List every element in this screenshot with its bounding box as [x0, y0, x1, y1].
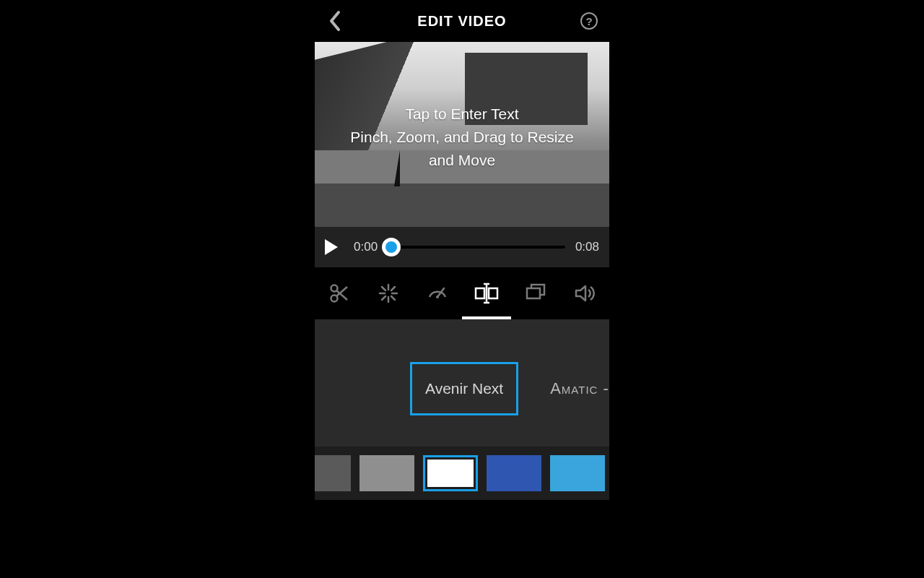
header-bar: EDIT VIDEO ? [315, 0, 609, 42]
help-icon: ? [580, 12, 598, 30]
color-swatch[interactable] [423, 455, 478, 491]
font-option-selected[interactable]: Avenir Next [410, 362, 518, 415]
play-icon [325, 239, 338, 255]
duration-time: 0:08 [575, 240, 599, 254]
help-button[interactable]: ? [575, 0, 603, 42]
overlay-line-1: Tap to Enter Text [336, 103, 588, 126]
preview-bg-shape [315, 184, 609, 227]
svg-line-11 [382, 296, 385, 300]
svg-rect-14 [476, 288, 484, 298]
svg-line-9 [391, 296, 395, 300]
tab-crop[interactable] [518, 276, 553, 311]
svg-point-13 [436, 296, 439, 298]
frames-icon [525, 282, 546, 304]
scrubber-track[interactable] [388, 246, 565, 249]
speedometer-icon [427, 282, 448, 304]
page-title: EDIT VIDEO [417, 13, 506, 30]
scissors-icon [328, 282, 350, 304]
current-time: 0:00 [354, 240, 378, 254]
color-swatches [315, 447, 609, 500]
text-overlay[interactable]: Tap to Enter Text Pinch, Zoom, and Drag … [315, 103, 609, 172]
font-picker[interactable]: Avenir Next Amatic - Bold [315, 355, 609, 422]
text-cursor-icon [474, 282, 499, 304]
sparkle-icon [378, 282, 399, 304]
app-frame: EDIT VIDEO ? Tap to Enter Text Pinch, Zo… [315, 0, 609, 578]
player-bar: 0:00 0:08 [315, 227, 609, 267]
svg-rect-19 [527, 288, 540, 298]
font-option-next[interactable]: Amatic - Bold [550, 379, 609, 398]
svg-rect-15 [489, 288, 497, 298]
tool-tabs [315, 267, 609, 319]
scrubber-thumb[interactable] [382, 238, 401, 256]
color-swatch[interactable] [359, 455, 414, 491]
chevron-left-icon [328, 10, 341, 32]
svg-line-8 [382, 287, 385, 290]
tab-audio[interactable] [567, 276, 602, 311]
scrubber-thumb-dot [385, 241, 397, 253]
svg-marker-20 [576, 286, 585, 301]
color-swatch[interactable] [487, 455, 541, 491]
color-swatch[interactable] [315, 455, 351, 491]
tab-trim[interactable] [322, 276, 357, 311]
play-button[interactable] [325, 238, 344, 256]
svg-line-10 [391, 287, 395, 290]
tab-speed[interactable] [420, 276, 455, 311]
video-preview[interactable]: Tap to Enter Text Pinch, Zoom, and Drag … [315, 42, 609, 227]
overlay-line-2: Pinch, Zoom, and Drag to Resize and Move [336, 126, 588, 172]
speaker-icon [574, 282, 596, 304]
color-swatch[interactable] [550, 455, 605, 491]
back-button[interactable] [321, 0, 349, 42]
tab-text[interactable] [469, 276, 504, 311]
text-style-panel: Avenir Next Amatic - Bold [315, 319, 609, 500]
tab-effects[interactable] [371, 276, 406, 311]
